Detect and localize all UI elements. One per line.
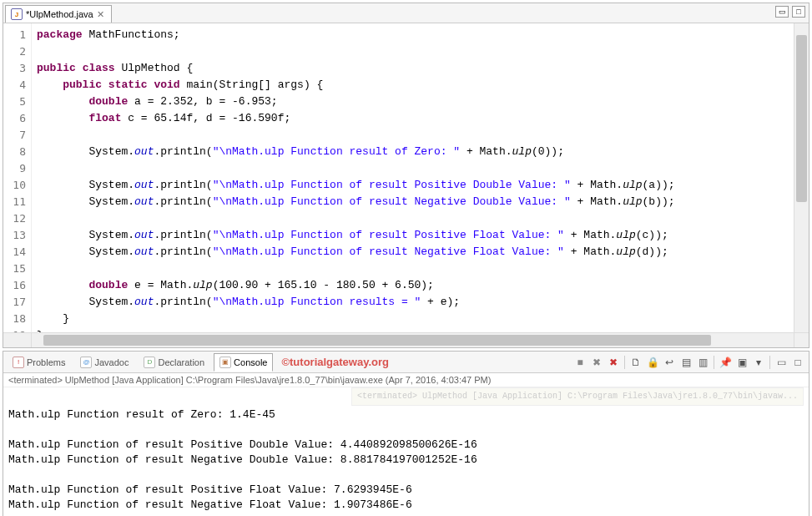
- scrollbar-thumb-h[interactable]: [43, 335, 711, 346]
- horizontal-scrollbar[interactable]: [3, 332, 809, 347]
- ghost-terminated: <terminated> UlpMethod [Java Application…: [351, 387, 804, 406]
- wrap-icon[interactable]: ↩: [662, 355, 677, 370]
- maximize-button[interactable]: □: [792, 6, 805, 18]
- maximize-view-icon[interactable]: □: [790, 355, 805, 370]
- minimize-button[interactable]: ▭: [775, 6, 789, 18]
- tab-filename: *UlpMethod.java: [26, 9, 93, 19]
- tab-javadoc[interactable]: @Javadoc: [74, 353, 134, 372]
- declaration-icon: D: [144, 357, 155, 368]
- pin-console-icon[interactable]: 📌: [718, 355, 733, 370]
- code-text[interactable]: package MathFunctions; public class UlpM…: [32, 23, 794, 332]
- terminated-line: <terminated> UlpMethod [Java Application…: [3, 373, 809, 387]
- tab-console[interactable]: ▣Console: [214, 353, 273, 372]
- console-output[interactable]: <terminated> UlpMethod [Java Application…: [3, 387, 809, 516]
- show-console-icon[interactable]: ▤: [678, 355, 693, 370]
- remove-all-icon[interactable]: ✖: [606, 355, 621, 370]
- editor-panel: J *UlpMethod.java ✕ ▭ □ 1234567891011121…: [3, 3, 809, 348]
- console-icon: ▣: [219, 357, 231, 368]
- display-console-icon[interactable]: ▣: [734, 355, 749, 370]
- console-panel: !Problems @Javadoc DDeclaration ▣Console…: [3, 351, 809, 516]
- show-stderr-icon[interactable]: ▥: [695, 355, 710, 370]
- close-icon[interactable]: ✕: [97, 9, 104, 20]
- panel-controls: ▭ □: [775, 6, 805, 18]
- code-editor[interactable]: 12345678910111213141516171819 package Ma…: [3, 23, 809, 332]
- terminate-icon[interactable]: ■: [572, 355, 588, 370]
- tab-declaration[interactable]: DDeclaration: [138, 353, 210, 372]
- problems-icon: !: [13, 357, 24, 368]
- vertical-scrollbar[interactable]: [794, 23, 809, 332]
- javadoc-icon: @: [80, 357, 92, 368]
- watermark: ©tutorialgateway.org: [281, 356, 389, 368]
- minimize-view-icon[interactable]: ▭: [774, 355, 789, 370]
- file-tab[interactable]: J *UlpMethod.java ✕: [5, 5, 112, 23]
- remove-launch-icon[interactable]: ✖: [589, 355, 604, 370]
- console-toolbar: ■ ✖ ✖ 🗋 🔒 ↩ ▤ ▥ 📌 ▣ ▾ ▭ □: [572, 355, 805, 370]
- view-tab-bar: !Problems @Javadoc DDeclaration ▣Console…: [3, 352, 809, 373]
- scrollbar-thumb[interactable]: [796, 35, 807, 202]
- scroll-lock-icon[interactable]: 🔒: [645, 355, 660, 370]
- clear-console-icon[interactable]: 🗋: [628, 355, 643, 370]
- line-gutter: 12345678910111213141516171819: [3, 23, 32, 332]
- tab-problems[interactable]: !Problems: [7, 353, 71, 372]
- open-console-icon[interactable]: ▾: [751, 355, 766, 370]
- editor-tab-bar: J *UlpMethod.java ✕ ▭ □: [3, 3, 809, 23]
- java-file-icon: J: [11, 8, 23, 20]
